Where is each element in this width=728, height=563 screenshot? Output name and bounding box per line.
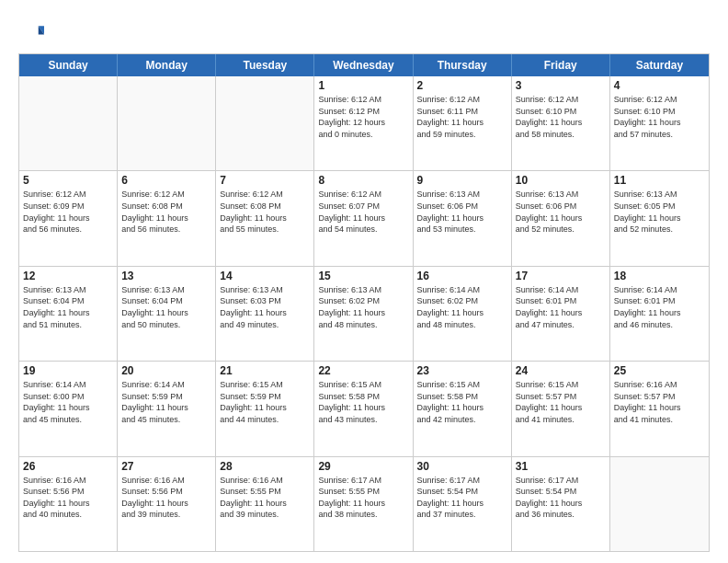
day-number: 13 <box>121 270 211 282</box>
calendar-cell: 5Sunrise: 6:12 AMSunset: 6:09 PMDaylight… <box>19 171 118 265</box>
calendar-header-cell: Saturday <box>610 54 709 76</box>
day-number: 4 <box>614 79 705 92</box>
cell-info: Sunrise: 6:17 AMSunset: 5:55 PMDaylight:… <box>318 475 408 521</box>
day-number: 15 <box>318 270 408 282</box>
day-number: 8 <box>318 174 408 187</box>
day-number: 23 <box>417 364 507 377</box>
cell-info: Sunrise: 6:13 AMSunset: 6:04 PMDaylight:… <box>121 284 211 330</box>
cell-info: Sunrise: 6:15 AMSunset: 5:57 PMDaylight:… <box>516 379 606 425</box>
cell-info: Sunrise: 6:12 AMSunset: 6:08 PMDaylight:… <box>121 189 211 235</box>
calendar-cell: 3Sunrise: 6:12 AMSunset: 6:10 PMDaylight… <box>512 76 610 170</box>
day-number: 6 <box>121 174 211 187</box>
calendar-cell: 18Sunrise: 6:14 AMSunset: 6:01 PMDayligh… <box>610 267 709 361</box>
day-number: 27 <box>121 460 211 473</box>
cell-info: Sunrise: 6:15 AMSunset: 5:59 PMDaylight:… <box>220 379 310 425</box>
calendar-header-cell: Tuesday <box>216 54 314 76</box>
day-number: 3 <box>516 79 606 92</box>
calendar-cell: 24Sunrise: 6:15 AMSunset: 5:57 PMDayligh… <box>512 362 610 455</box>
cell-info: Sunrise: 6:12 AMSunset: 6:10 PMDaylight:… <box>614 94 705 140</box>
calendar-week-row: 5Sunrise: 6:12 AMSunset: 6:09 PMDaylight… <box>19 170 709 265</box>
cell-info: Sunrise: 6:17 AMSunset: 5:54 PMDaylight:… <box>417 475 507 521</box>
calendar-week-row: 1Sunrise: 6:12 AMSunset: 6:12 PMDaylight… <box>19 76 709 170</box>
day-number: 24 <box>516 364 606 377</box>
calendar-header-row: SundayMondayTuesdayWednesdayThursdayFrid… <box>19 54 709 76</box>
calendar-cell: 7Sunrise: 6:12 AMSunset: 6:08 PMDaylight… <box>216 171 314 265</box>
calendar-cell: 8Sunrise: 6:12 AMSunset: 6:07 PMDaylight… <box>314 171 413 265</box>
calendar-header-cell: Sunday <box>19 54 118 76</box>
page: SundayMondayTuesdayWednesdayThursdayFrid… <box>0 0 728 563</box>
day-number: 7 <box>220 174 310 187</box>
cell-info: Sunrise: 6:12 AMSunset: 6:12 PMDaylight:… <box>318 94 408 140</box>
day-number: 30 <box>417 460 507 473</box>
calendar-cell: 27Sunrise: 6:16 AMSunset: 5:56 PMDayligh… <box>118 457 216 551</box>
day-number: 5 <box>23 174 113 187</box>
calendar-header-cell: Monday <box>118 54 216 76</box>
calendar-cell <box>610 457 709 551</box>
cell-info: Sunrise: 6:13 AMSunset: 6:06 PMDaylight:… <box>417 189 507 235</box>
calendar-cell: 29Sunrise: 6:17 AMSunset: 5:55 PMDayligh… <box>314 457 413 551</box>
day-number: 21 <box>220 364 310 377</box>
day-number: 28 <box>220 460 310 473</box>
cell-info: Sunrise: 6:14 AMSunset: 6:00 PMDaylight:… <box>23 379 113 425</box>
cell-info: Sunrise: 6:12 AMSunset: 6:10 PMDaylight:… <box>516 94 606 140</box>
calendar-cell: 26Sunrise: 6:16 AMSunset: 5:56 PMDayligh… <box>19 457 118 551</box>
day-number: 14 <box>220 270 310 282</box>
cell-info: Sunrise: 6:16 AMSunset: 5:56 PMDaylight:… <box>121 475 211 521</box>
calendar-cell: 6Sunrise: 6:12 AMSunset: 6:08 PMDaylight… <box>118 171 216 265</box>
cell-info: Sunrise: 6:13 AMSunset: 6:04 PMDaylight:… <box>23 284 113 330</box>
cell-info: Sunrise: 6:13 AMSunset: 6:05 PMDaylight:… <box>614 189 705 235</box>
day-number: 29 <box>318 460 408 473</box>
calendar-cell: 19Sunrise: 6:14 AMSunset: 6:00 PMDayligh… <box>19 362 118 455</box>
cell-info: Sunrise: 6:17 AMSunset: 5:54 PMDaylight:… <box>516 475 606 521</box>
day-number: 17 <box>516 270 606 282</box>
calendar-cell: 31Sunrise: 6:17 AMSunset: 5:54 PMDayligh… <box>512 457 610 551</box>
calendar-cell <box>19 76 118 170</box>
calendar-cell: 25Sunrise: 6:16 AMSunset: 5:57 PMDayligh… <box>610 362 709 455</box>
day-number: 2 <box>417 79 507 92</box>
calendar-cell <box>216 76 314 170</box>
calendar-cell: 16Sunrise: 6:14 AMSunset: 6:02 PMDayligh… <box>414 267 512 361</box>
day-number: 20 <box>121 364 211 377</box>
calendar-cell: 20Sunrise: 6:14 AMSunset: 5:59 PMDayligh… <box>118 362 216 455</box>
calendar-week-row: 19Sunrise: 6:14 AMSunset: 6:00 PMDayligh… <box>19 361 709 455</box>
calendar: SundayMondayTuesdayWednesdayThursdayFrid… <box>18 53 710 552</box>
calendar-cell: 21Sunrise: 6:15 AMSunset: 5:59 PMDayligh… <box>216 362 314 455</box>
day-number: 31 <box>516 460 606 473</box>
day-number: 12 <box>23 270 113 282</box>
cell-info: Sunrise: 6:13 AMSunset: 6:06 PMDaylight:… <box>516 189 606 235</box>
logo <box>18 20 48 46</box>
day-number: 25 <box>614 364 705 377</box>
cell-info: Sunrise: 6:13 AMSunset: 6:02 PMDaylight:… <box>318 284 408 330</box>
calendar-cell: 2Sunrise: 6:12 AMSunset: 6:11 PMDaylight… <box>414 76 512 170</box>
day-number: 16 <box>417 270 507 282</box>
calendar-week-row: 12Sunrise: 6:13 AMSunset: 6:04 PMDayligh… <box>19 266 709 361</box>
calendar-cell: 28Sunrise: 6:16 AMSunset: 5:55 PMDayligh… <box>216 457 314 551</box>
cell-info: Sunrise: 6:14 AMSunset: 5:59 PMDaylight:… <box>121 379 211 425</box>
calendar-cell: 14Sunrise: 6:13 AMSunset: 6:03 PMDayligh… <box>216 267 314 361</box>
cell-info: Sunrise: 6:15 AMSunset: 5:58 PMDaylight:… <box>417 379 507 425</box>
calendar-week-row: 26Sunrise: 6:16 AMSunset: 5:56 PMDayligh… <box>19 456 709 551</box>
calendar-cell: 23Sunrise: 6:15 AMSunset: 5:58 PMDayligh… <box>414 362 512 455</box>
calendar-cell: 13Sunrise: 6:13 AMSunset: 6:04 PMDayligh… <box>118 267 216 361</box>
calendar-cell: 22Sunrise: 6:15 AMSunset: 5:58 PMDayligh… <box>314 362 413 455</box>
cell-info: Sunrise: 6:14 AMSunset: 6:01 PMDaylight:… <box>614 284 705 330</box>
day-number: 1 <box>318 79 408 92</box>
calendar-cell: 11Sunrise: 6:13 AMSunset: 6:05 PMDayligh… <box>610 171 709 265</box>
day-number: 18 <box>614 270 705 282</box>
calendar-header-cell: Thursday <box>414 54 512 76</box>
day-number: 11 <box>614 174 705 187</box>
calendar-header-cell: Wednesday <box>314 54 413 76</box>
calendar-cell: 10Sunrise: 6:13 AMSunset: 6:06 PMDayligh… <box>512 171 610 265</box>
cell-info: Sunrise: 6:15 AMSunset: 5:58 PMDaylight:… <box>318 379 408 425</box>
calendar-cell: 12Sunrise: 6:13 AMSunset: 6:04 PMDayligh… <box>19 267 118 361</box>
calendar-header-cell: Friday <box>512 54 610 76</box>
day-number: 9 <box>417 174 507 187</box>
cell-info: Sunrise: 6:12 AMSunset: 6:11 PMDaylight:… <box>417 94 507 140</box>
calendar-cell <box>118 76 216 170</box>
day-number: 10 <box>516 174 606 187</box>
cell-info: Sunrise: 6:14 AMSunset: 6:02 PMDaylight:… <box>417 284 507 330</box>
cell-info: Sunrise: 6:16 AMSunset: 5:56 PMDaylight:… <box>23 475 113 521</box>
cell-info: Sunrise: 6:14 AMSunset: 6:01 PMDaylight:… <box>516 284 606 330</box>
day-number: 22 <box>318 364 408 377</box>
calendar-cell: 1Sunrise: 6:12 AMSunset: 6:12 PMDaylight… <box>314 76 413 170</box>
